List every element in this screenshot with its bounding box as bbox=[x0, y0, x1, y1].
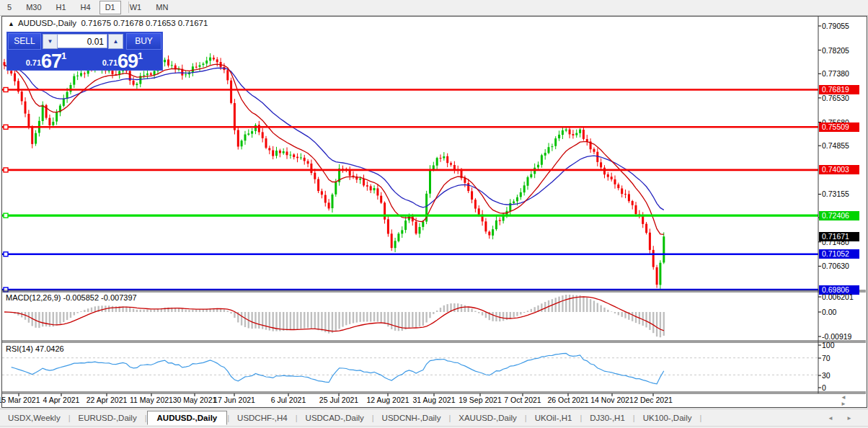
price-tick-0.79055: 0.79055 bbox=[822, 22, 849, 30]
symbol-period-label: AUDUSD-,Daily bbox=[18, 19, 76, 27]
time-label: 2 Dec 2021 bbox=[634, 396, 673, 404]
buy-price-display[interactable]: 0.71691 bbox=[87, 50, 159, 69]
ohlc-text: 0.71675 0.71678 0.71653 0.71671 bbox=[81, 19, 208, 27]
price-badge-0.74003: 0.74003 bbox=[819, 165, 859, 174]
macd-axis--0.00919: -0.00919 bbox=[822, 332, 851, 341]
chart-tab-ukoil-h1[interactable]: UKOil-,H1 bbox=[527, 411, 580, 424]
chart-tab-xauusd-daily[interactable]: XAUUSD-,Daily bbox=[451, 411, 525, 424]
time-label: 11 May 2021 bbox=[130, 396, 173, 404]
chart-window[interactable] bbox=[1, 16, 867, 408]
macd-indicator-label: MACD(12,26,9) -0.005852 -0.007397 bbox=[6, 293, 137, 302]
time-label: 6 Jul 2021 bbox=[271, 396, 306, 404]
time-label: 25 Jul 2021 bbox=[319, 396, 358, 404]
time-label: 15 Mar 2021 bbox=[0, 396, 40, 404]
price-badge-0.71052: 0.71052 bbox=[819, 249, 859, 259]
chart-tab-bar: USDX,Weekly|EURUSD-,Daily|AUDUSD-,Daily|… bbox=[0, 409, 868, 427]
tab-scroll-arrows[interactable]: ◄ ► bbox=[828, 415, 858, 422]
sell-price-big: 67 bbox=[41, 50, 61, 72]
buy-price-sup: 1 bbox=[138, 50, 143, 61]
rsi-axis-0: 0 bbox=[822, 383, 826, 392]
sell-price-base: 0.71 bbox=[26, 58, 41, 67]
volume-increase-button[interactable]: ▲ bbox=[108, 34, 123, 49]
chart-tab-dj30-h1[interactable]: DJ30-,H1 bbox=[582, 411, 633, 424]
rsi-indicator-label: RSI(14) 47.0426 bbox=[6, 344, 64, 353]
volume-decrease-button[interactable]: ▼ bbox=[43, 34, 58, 49]
price-tick-0.77380: 0.77380 bbox=[822, 69, 849, 78]
timeframe-button-h1[interactable]: H1 bbox=[50, 1, 72, 14]
one-click-trading-panel: SELL ▼ ▲ BUY 0.71671 0.71691 bbox=[6, 32, 163, 71]
buy-price-big: 69 bbox=[118, 50, 138, 72]
time-label: 19 Sep 2021 bbox=[459, 396, 502, 404]
price-badge-0.76819: 0.76819 bbox=[819, 85, 859, 94]
timeframe-button-5[interactable]: 5 bbox=[1, 1, 17, 14]
rsi-axis-100: 100 bbox=[822, 341, 835, 349]
chart-tab-uk100-daily[interactable]: UK100-,Daily bbox=[635, 411, 700, 424]
time-label: 22 Apr 2021 bbox=[87, 396, 128, 404]
sell-price-sup: 1 bbox=[61, 50, 66, 61]
chart-tab-usdchf-h4[interactable]: USDCHF-,H4 bbox=[229, 411, 296, 424]
price-tick-0.73155: 0.73155 bbox=[822, 190, 849, 198]
price-tick-0.70630: 0.70630 bbox=[822, 262, 849, 270]
timeframe-button-m30[interactable]: M30 bbox=[20, 1, 47, 14]
chart-scroll-arrows[interactable]: ◄ ► bbox=[841, 394, 868, 407]
chart-tab-eurusd-daily[interactable]: EURUSD-,Daily bbox=[71, 411, 145, 424]
timeframe-toolbar: 5M30H1H4D1W1MN bbox=[0, 0, 868, 16]
macd-axis-0.00: 0.00 bbox=[822, 308, 836, 316]
timeframe-button-h4[interactable]: H4 bbox=[75, 1, 97, 14]
macd-axis-0.006201: 0.006201 bbox=[822, 293, 854, 301]
timeframe-button-d1[interactable]: D1 bbox=[99, 1, 121, 14]
price-badge-0.75509: 0.75509 bbox=[819, 122, 859, 132]
chart-tab-audusd-daily[interactable]: AUDUSD-,Daily bbox=[147, 411, 228, 425]
buy-button[interactable]: BUY bbox=[126, 33, 161, 50]
price-badge-0.72406: 0.72406 bbox=[819, 211, 859, 220]
time-label: 4 Apr 2021 bbox=[43, 396, 80, 404]
chart-tab-usdcnh-daily[interactable]: USDCNH-,Daily bbox=[374, 411, 449, 424]
sell-button[interactable]: SELL bbox=[8, 33, 41, 50]
price-badge-0.71671: 0.71671 bbox=[819, 232, 859, 241]
chart-tab-usdcad-daily[interactable]: USDCAD-,Daily bbox=[298, 411, 372, 424]
collapse-quotes-icon[interactable]: ▲ bbox=[8, 20, 14, 27]
time-label: 26 Oct 2021 bbox=[547, 396, 588, 404]
volume-input[interactable] bbox=[57, 34, 107, 48]
chart-tab-usdx-weekly[interactable]: USDX,Weekly bbox=[0, 411, 68, 424]
time-label: 7 Oct 2021 bbox=[504, 396, 541, 404]
toolbar-separator bbox=[128, 1, 129, 13]
trade-panel-top-row: SELL ▼ ▲ BUY bbox=[7, 32, 162, 50]
time-label: 30 May 2021 bbox=[173, 396, 217, 404]
buy-price-base: 0.71 bbox=[102, 58, 118, 67]
timeframe-button-w1[interactable]: W1 bbox=[124, 1, 148, 14]
tab-separator: | bbox=[699, 414, 701, 422]
price-tick-0.74855: 0.74855 bbox=[822, 141, 849, 150]
price-tick-0.78205: 0.78205 bbox=[822, 46, 849, 55]
timeframe-button-mn[interactable]: MN bbox=[150, 1, 174, 14]
time-label: 31 Aug 2021 bbox=[413, 396, 456, 404]
time-label: 14 Nov 2021 bbox=[590, 396, 634, 404]
time-label: 17 Jun 2021 bbox=[213, 396, 255, 404]
rsi-axis-70: 70 bbox=[822, 354, 831, 362]
chart-title: ▲AUDUSD-,Daily 0.71675 0.71678 0.71653 0… bbox=[8, 19, 208, 27]
price-tick-0.76530: 0.76530 bbox=[822, 94, 849, 102]
sell-price-display[interactable]: 0.71671 bbox=[10, 50, 82, 69]
rsi-axis-30: 30 bbox=[822, 371, 831, 380]
time-label: 12 Aug 2021 bbox=[367, 396, 409, 404]
